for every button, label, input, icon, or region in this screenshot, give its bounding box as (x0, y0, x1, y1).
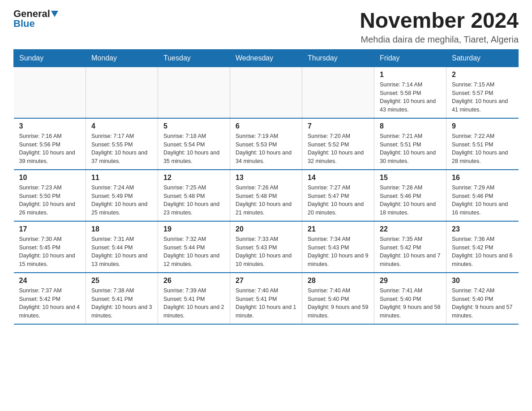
day-number: 7 (308, 122, 369, 130)
calendar-cell: 20Sunrise: 7:33 AM Sunset: 5:43 PM Dayli… (230, 221, 302, 273)
calendar-week-row: 24Sunrise: 7:37 AM Sunset: 5:42 PM Dayli… (14, 273, 519, 324)
day-number: 6 (236, 122, 296, 130)
calendar-cell: 21Sunrise: 7:34 AM Sunset: 5:43 PM Dayli… (302, 221, 374, 273)
day-info: Sunrise: 7:37 AM Sunset: 5:42 PM Dayligh… (19, 287, 81, 320)
calendar-cell: 29Sunrise: 7:41 AM Sunset: 5:40 PM Dayli… (374, 273, 446, 324)
calendar-cell: 16Sunrise: 7:29 AM Sunset: 5:46 PM Dayli… (446, 170, 519, 221)
weekday-header-tuesday: Tuesday (158, 49, 230, 67)
day-number: 15 (380, 174, 441, 182)
day-info: Sunrise: 7:39 AM Sunset: 5:41 PM Dayligh… (163, 287, 224, 320)
weekday-header-thursday: Thursday (302, 49, 374, 67)
day-info: Sunrise: 7:36 AM Sunset: 5:42 PM Dayligh… (452, 235, 513, 269)
day-number: 13 (236, 174, 296, 182)
day-number: 11 (91, 174, 152, 182)
day-number: 17 (19, 225, 81, 233)
logo-general-text: General (13, 9, 50, 19)
title-block: November 2024 Mehdia daira de meghila, T… (360, 9, 519, 45)
day-number: 24 (19, 277, 81, 285)
day-info: Sunrise: 7:41 AM Sunset: 5:40 PM Dayligh… (380, 287, 441, 320)
calendar-cell: 10Sunrise: 7:23 AM Sunset: 5:50 PM Dayli… (14, 170, 86, 221)
day-info: Sunrise: 7:23 AM Sunset: 5:50 PM Dayligh… (19, 184, 81, 217)
calendar-cell: 2Sunrise: 7:15 AM Sunset: 5:57 PM Daylig… (446, 67, 519, 118)
day-info: Sunrise: 7:27 AM Sunset: 5:47 PM Dayligh… (308, 184, 369, 217)
day-info: Sunrise: 7:24 AM Sunset: 5:49 PM Dayligh… (91, 184, 152, 217)
calendar-cell: 18Sunrise: 7:31 AM Sunset: 5:44 PM Dayli… (86, 221, 158, 273)
calendar-title: November 2024 (360, 9, 519, 33)
day-info: Sunrise: 7:19 AM Sunset: 5:53 PM Dayligh… (236, 132, 296, 166)
day-info: Sunrise: 7:22 AM Sunset: 5:51 PM Dayligh… (452, 132, 513, 166)
calendar-cell (302, 67, 374, 118)
calendar-cell: 15Sunrise: 7:28 AM Sunset: 5:46 PM Dayli… (374, 170, 446, 221)
day-info: Sunrise: 7:26 AM Sunset: 5:48 PM Dayligh… (236, 184, 296, 217)
page-header: General Blue November 2024 Mehdia daira … (13, 9, 519, 45)
day-number: 8 (380, 122, 441, 130)
calendar-cell: 23Sunrise: 7:36 AM Sunset: 5:42 PM Dayli… (446, 221, 519, 273)
calendar-cell: 12Sunrise: 7:25 AM Sunset: 5:48 PM Dayli… (158, 170, 230, 221)
day-info: Sunrise: 7:17 AM Sunset: 5:55 PM Dayligh… (91, 132, 152, 166)
day-info: Sunrise: 7:33 AM Sunset: 5:43 PM Dayligh… (236, 235, 296, 269)
day-number: 14 (308, 174, 369, 182)
calendar-cell: 22Sunrise: 7:35 AM Sunset: 5:42 PM Dayli… (374, 221, 446, 273)
day-number: 19 (163, 225, 224, 233)
weekday-header-sunday: Sunday (14, 49, 86, 67)
calendar-subtitle: Mehdia daira de meghila, Tiaret, Algeria (360, 34, 519, 45)
calendar-cell: 26Sunrise: 7:39 AM Sunset: 5:41 PM Dayli… (158, 273, 230, 324)
day-number: 25 (91, 277, 152, 285)
weekday-header-friday: Friday (374, 49, 446, 67)
day-number: 3 (19, 122, 81, 130)
day-info: Sunrise: 7:38 AM Sunset: 5:41 PM Dayligh… (91, 287, 152, 320)
day-number: 12 (163, 174, 224, 182)
day-info: Sunrise: 7:14 AM Sunset: 5:58 PM Dayligh… (380, 81, 441, 114)
day-number: 27 (236, 277, 296, 285)
calendar-table: SundayMondayTuesdayWednesdayThursdayFrid… (13, 49, 519, 325)
day-number: 29 (380, 277, 441, 285)
day-info: Sunrise: 7:30 AM Sunset: 5:45 PM Dayligh… (19, 235, 81, 269)
day-number: 30 (452, 277, 513, 285)
calendar-cell: 25Sunrise: 7:38 AM Sunset: 5:41 PM Dayli… (86, 273, 158, 324)
calendar-cell: 14Sunrise: 7:27 AM Sunset: 5:47 PM Dayli… (302, 170, 374, 221)
day-number: 28 (308, 277, 369, 285)
calendar-cell (86, 67, 158, 118)
weekday-header-wednesday: Wednesday (230, 49, 302, 67)
calendar-cell: 13Sunrise: 7:26 AM Sunset: 5:48 PM Dayli… (230, 170, 302, 221)
day-info: Sunrise: 7:40 AM Sunset: 5:41 PM Dayligh… (236, 287, 296, 320)
calendar-cell: 30Sunrise: 7:42 AM Sunset: 5:40 PM Dayli… (446, 273, 519, 324)
calendar-cell: 5Sunrise: 7:18 AM Sunset: 5:54 PM Daylig… (158, 118, 230, 170)
calendar-cell: 1Sunrise: 7:14 AM Sunset: 5:58 PM Daylig… (374, 67, 446, 118)
weekday-header-saturday: Saturday (446, 49, 519, 67)
day-info: Sunrise: 7:31 AM Sunset: 5:44 PM Dayligh… (91, 235, 152, 269)
calendar-cell: 28Sunrise: 7:40 AM Sunset: 5:40 PM Dayli… (302, 273, 374, 324)
day-info: Sunrise: 7:15 AM Sunset: 5:57 PM Dayligh… (452, 81, 513, 114)
calendar-cell: 3Sunrise: 7:16 AM Sunset: 5:56 PM Daylig… (14, 118, 86, 170)
day-info: Sunrise: 7:29 AM Sunset: 5:46 PM Dayligh… (452, 184, 513, 217)
calendar-cell: 24Sunrise: 7:37 AM Sunset: 5:42 PM Dayli… (14, 273, 86, 324)
day-info: Sunrise: 7:21 AM Sunset: 5:51 PM Dayligh… (380, 132, 441, 166)
day-info: Sunrise: 7:16 AM Sunset: 5:56 PM Dayligh… (19, 132, 81, 166)
logo: General Blue (13, 9, 58, 29)
day-number: 21 (308, 225, 369, 233)
day-number: 5 (163, 122, 224, 130)
day-info: Sunrise: 7:42 AM Sunset: 5:40 PM Dayligh… (452, 287, 513, 320)
calendar-cell: 19Sunrise: 7:32 AM Sunset: 5:44 PM Dayli… (158, 221, 230, 273)
day-number: 9 (452, 122, 513, 130)
calendar-cell: 6Sunrise: 7:19 AM Sunset: 5:53 PM Daylig… (230, 118, 302, 170)
logo-blue-text: Blue (13, 19, 35, 29)
day-number: 10 (19, 174, 81, 182)
calendar-week-row: 17Sunrise: 7:30 AM Sunset: 5:45 PM Dayli… (14, 221, 519, 273)
calendar-cell (14, 67, 86, 118)
day-number: 22 (380, 225, 441, 233)
day-info: Sunrise: 7:28 AM Sunset: 5:46 PM Dayligh… (380, 184, 441, 217)
day-number: 23 (452, 225, 513, 233)
day-number: 26 (163, 277, 224, 285)
day-info: Sunrise: 7:18 AM Sunset: 5:54 PM Dayligh… (163, 132, 224, 166)
day-number: 4 (91, 122, 152, 130)
day-number: 2 (452, 71, 513, 79)
day-info: Sunrise: 7:35 AM Sunset: 5:42 PM Dayligh… (380, 235, 441, 269)
day-info: Sunrise: 7:25 AM Sunset: 5:48 PM Dayligh… (163, 184, 224, 217)
calendar-week-row: 10Sunrise: 7:23 AM Sunset: 5:50 PM Dayli… (14, 170, 519, 221)
calendar-cell: 11Sunrise: 7:24 AM Sunset: 5:49 PM Dayli… (86, 170, 158, 221)
calendar-cell: 8Sunrise: 7:21 AM Sunset: 5:51 PM Daylig… (374, 118, 446, 170)
calendar-header-row: SundayMondayTuesdayWednesdayThursdayFrid… (14, 49, 519, 67)
weekday-header-monday: Monday (86, 49, 158, 67)
calendar-cell: 9Sunrise: 7:22 AM Sunset: 5:51 PM Daylig… (446, 118, 519, 170)
